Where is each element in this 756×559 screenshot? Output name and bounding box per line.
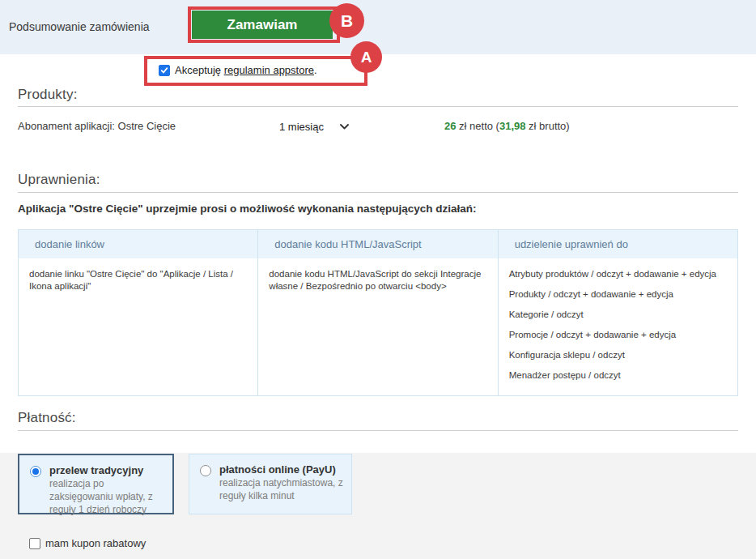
check-icon [160,66,168,75]
grant-item: Atrybuty produktów / odczyt + dodawanie … [509,268,724,280]
period-select[interactable]: 1 miesiąc [279,117,349,136]
price-net: 26 [444,120,456,132]
payment-option-bank-transfer[interactable]: przelew tradycyjny realizacja po zaksięg… [18,454,174,514]
terms-link[interactable]: regulamin appstore [224,64,314,76]
column-header-links: dodanie linków [19,230,258,258]
permissions-table: dodanie linków dodanie kodu HTML/JavaScr… [18,229,738,396]
grant-item: Konfiguracja sklepu / odczyt [509,349,724,361]
radio-unselected[interactable] [200,465,211,476]
permissions-divider [18,192,738,193]
coupon-label: mam kupon rabatowy [45,537,146,549]
price-gross: 31,98 [499,120,526,132]
permissions-intro: Aplikacja "Ostre Cięcie" uprzejmie prosi… [18,203,476,215]
terms-checkbox[interactable] [159,65,170,76]
payment-heading: Płatność: [18,410,76,426]
price-net-suffix: zł netto ( [456,120,499,132]
period-value: 1 miesiąc [279,121,324,133]
terms-suffix: . [314,64,317,76]
top-bar: Podsumowanie zamówienia Zamawiam [0,0,756,54]
grant-item: Promocje / odczyt + dodawanie + edycja [509,329,724,341]
coupon-checkbox[interactable] [29,538,40,549]
terms-label: Akceptuję regulamin appstore. [175,64,317,76]
payment-option-description: realizacja po zaksięgowaniu wpłaty, z re… [49,477,166,516]
column-header-grants: udzielenie uprawnień do [499,230,737,258]
order-button[interactable]: Zamawiam [192,11,333,39]
product-price: 26 zł netto (31,98 zł brutto) [444,120,570,132]
radio-selected[interactable] [30,466,41,477]
links-cell: dodanie linku "Ostre Cięcie" do "Aplikac… [19,258,258,395]
payment-option-description: realizacja natychmiastowa, z reguły kilk… [219,476,345,502]
grants-cell: Atrybuty produktów / odczyt + dodawanie … [499,258,737,395]
terms-prefix: Akceptuję [175,64,224,76]
permissions-table-row: dodanie linku "Ostre Cięcie" do "Aplikac… [19,258,737,395]
permissions-table-header: dodanie linków dodanie kodu HTML/JavaScr… [19,230,737,258]
products-heading: Produkty: [18,87,78,103]
payment-divider [18,430,738,431]
chevron-down-icon [340,124,349,130]
product-name: Abonament aplikacji: Ostre Cięcie [18,120,176,132]
payment-option-title: przelew tradycyjny [49,464,166,476]
terms-row: Akceptuję regulamin appstore. [159,64,317,76]
grant-item: Produkty / odczyt + dodawanie + edycja [509,288,724,301]
grant-item: Kategorie / odczyt [509,309,724,321]
coupon-row: mam kupon rabatowy [29,537,146,549]
page-title: Podsumowanie zamówienia [9,20,150,33]
grant-item: Menadżer postępu / odczyt [509,369,724,382]
code-cell: dodanie kodu HTML/JavaScript do sekcji I… [258,258,498,395]
products-divider [18,106,738,107]
price-gross-suffix: zł brutto) [525,120,569,132]
column-header-code: dodanie kodu HTML/JavaScript [258,230,498,258]
payment-option-online-payu[interactable]: płatności online (PayU) realizacja natyc… [189,454,352,514]
permissions-heading: Uprawnienia: [18,172,100,188]
payment-option-title: płatności online (PayU) [219,463,345,476]
